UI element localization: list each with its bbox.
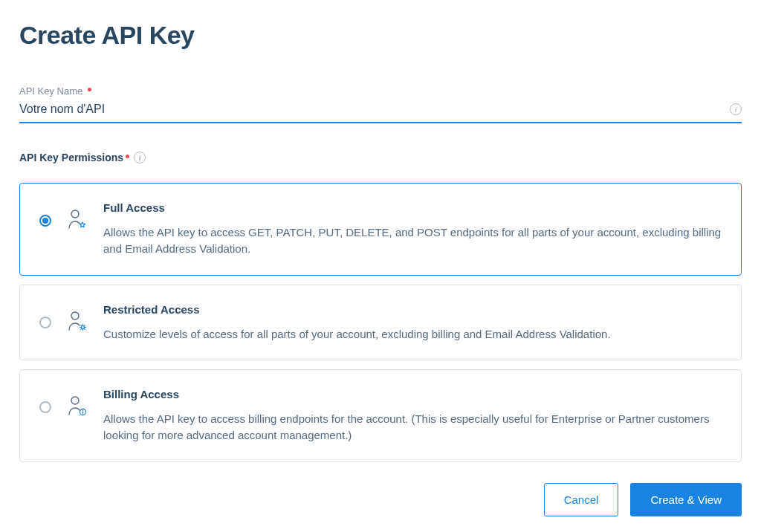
api-key-name-input[interactable] xyxy=(19,101,725,117)
permission-body: Full Access Allows the API key to access… xyxy=(103,201,722,257)
radio-full-access[interactable] xyxy=(39,215,51,227)
svg-point-3 xyxy=(71,397,79,404)
create-view-button[interactable]: Create & View xyxy=(630,483,742,516)
permissions-label: API Key Permissions i xyxy=(19,152,742,163)
user-star-icon xyxy=(68,209,87,233)
info-icon[interactable]: i xyxy=(730,103,742,115)
permission-description: Customize levels of access for all parts… xyxy=(103,326,722,343)
permission-title: Restricted Access xyxy=(103,303,722,316)
permission-body: Billing Access Allows the API key to acc… xyxy=(103,388,722,444)
svg-point-1 xyxy=(71,312,79,319)
permission-option-restricted-access[interactable]: Restricted Access Customize levels of ac… xyxy=(19,285,742,361)
info-icon[interactable]: i xyxy=(134,152,146,163)
svg-point-2 xyxy=(82,325,85,328)
permission-option-billing-access[interactable]: Billing Access Allows the API key to acc… xyxy=(19,369,742,462)
api-key-name-row: i xyxy=(19,101,742,123)
permission-description: Allows the API key to access billing end… xyxy=(103,411,722,444)
field-label-text: API Key Name xyxy=(19,85,82,97)
page-title: Create API Key xyxy=(19,21,742,50)
permission-title: Full Access xyxy=(103,201,722,214)
permission-title: Billing Access xyxy=(103,388,722,400)
radio-restricted-access[interactable] xyxy=(39,317,51,328)
permission-description: Allows the API key to access GET, PATCH,… xyxy=(103,224,722,257)
cancel-button[interactable]: Cancel xyxy=(544,483,619,516)
user-gear-icon xyxy=(68,311,87,334)
permissions-label-text: API Key Permissions xyxy=(19,152,123,163)
svg-point-0 xyxy=(71,210,79,218)
footer-actions: Cancel Create & View xyxy=(19,483,742,516)
required-indicator-icon xyxy=(88,88,91,91)
radio-billing-access[interactable] xyxy=(39,401,51,413)
api-key-name-label: API Key Name xyxy=(19,85,742,97)
required-indicator-icon xyxy=(126,155,129,158)
user-info-icon xyxy=(68,395,87,419)
permission-body: Restricted Access Customize levels of ac… xyxy=(103,303,722,343)
permission-option-full-access[interactable]: Full Access Allows the API key to access… xyxy=(19,183,742,276)
